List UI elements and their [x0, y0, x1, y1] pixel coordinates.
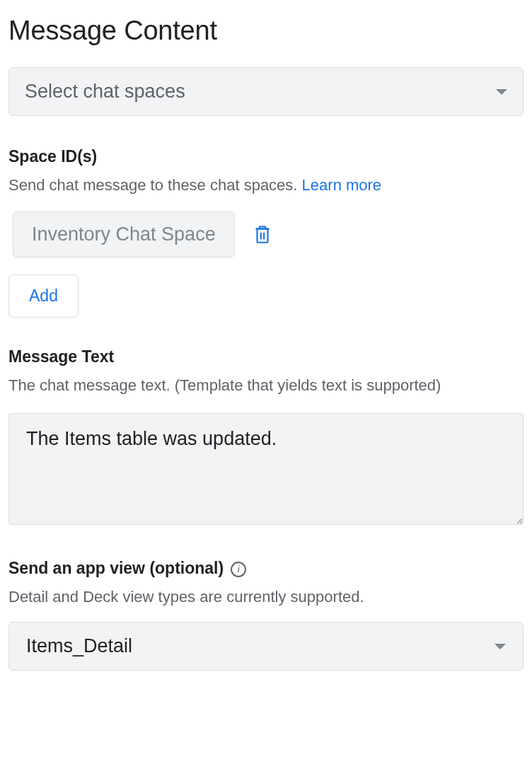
app-view-help: Detail and Deck view types are currently…	[8, 585, 524, 609]
info-icon[interactable]: i	[231, 562, 246, 577]
message-text-help: The chat message text. (Template that yi…	[8, 374, 524, 398]
app-view-label: Send an app view (optional)	[8, 559, 224, 578]
app-view-select[interactable]: Items_Detail	[8, 622, 524, 671]
space-ids-help: Send chat message to these chat spaces. …	[8, 173, 524, 197]
chat-spaces-select[interactable]: Select chat spaces	[8, 67, 524, 116]
chevron-down-icon	[496, 89, 507, 95]
message-text-input[interactable]	[8, 413, 524, 525]
svg-rect-0	[257, 228, 267, 242]
add-space-id-button[interactable]: Add	[8, 274, 79, 318]
app-view-selected: Items_Detail	[26, 635, 132, 657]
delete-space-id-button[interactable]	[250, 221, 274, 248]
page-title: Message Content	[8, 16, 524, 46]
chat-spaces-select-placeholder: Select chat spaces	[25, 81, 185, 103]
chevron-down-icon	[495, 644, 506, 649]
message-text-label: Message Text	[8, 347, 524, 366]
space-id-chip[interactable]: Inventory Chat Space	[13, 212, 235, 257]
space-ids-label: Space ID(s)	[8, 147, 524, 166]
trash-icon	[253, 224, 272, 245]
space-ids-help-text: Send chat message to these chat spaces.	[8, 176, 302, 194]
learn-more-link[interactable]: Learn more	[302, 176, 382, 194]
